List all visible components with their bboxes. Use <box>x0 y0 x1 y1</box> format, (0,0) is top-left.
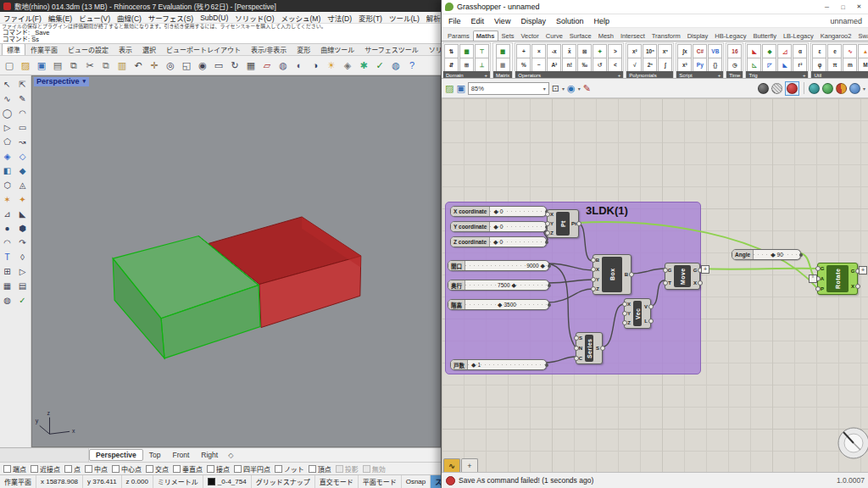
node-output-port[interactable]: Pt <box>570 210 578 237</box>
component-icon[interactable]: 16 <box>727 44 742 58</box>
rhino-menu-item[interactable]: 編集(E) <box>45 13 75 23</box>
rhino-toolbar-icon[interactable]: ◉ <box>195 58 210 73</box>
rhino-menu-item[interactable]: 解析(A) <box>423 13 441 23</box>
component-icon[interactable]: ε <box>812 44 826 58</box>
checkbox-icon[interactable] <box>146 465 153 473</box>
gh-category-tab[interactable]: Sets <box>498 30 518 41</box>
minimize-button[interactable]: ─ <box>821 2 833 12</box>
node-input-port[interactable]: Z <box>548 228 556 237</box>
gh-slider-angle[interactable]: Angle 90◆ <box>732 249 801 260</box>
checkbox-icon[interactable] <box>336 465 343 473</box>
node-input-port[interactable]: X <box>548 210 556 219</box>
slider-track[interactable]: 7500◆ <box>465 280 548 290</box>
checkbox-icon[interactable] <box>275 465 282 473</box>
component-icon[interactable]: ▦ <box>496 58 510 72</box>
sketch-pencil-icon[interactable]: ✎ <box>583 83 591 94</box>
component-icon[interactable]: VB <box>708 44 722 58</box>
component-icon[interactable]: n! <box>562 58 576 72</box>
group-expand-icon[interactable]: + <box>718 73 721 78</box>
component-icon[interactable]: > <box>608 44 622 58</box>
component-icon[interactable]: ‰ <box>577 58 592 72</box>
slider-grip[interactable]: ◆ <box>512 282 516 288</box>
slider-track[interactable]: 9000◆ <box>465 261 548 270</box>
rhino-sidebar-tool-icon[interactable]: ✦ <box>15 192 30 206</box>
checkbox-icon[interactable] <box>3 465 11 473</box>
component-icon[interactable]: M <box>858 58 868 72</box>
rhino-toolbar-icon[interactable]: ⧉ <box>66 58 81 73</box>
rhino-toolbar-icon[interactable]: ↶ <box>131 58 146 73</box>
checkbox-icon[interactable] <box>85 465 92 473</box>
viewport-tab[interactable]: Perspective <box>89 449 143 461</box>
slider-grip[interactable]: ◆ <box>493 208 498 214</box>
component-icon[interactable]: ◿ <box>777 44 792 58</box>
rhino-menu-item[interactable]: 変形(T) <box>355 13 386 23</box>
slider-track[interactable]: 90◆ <box>754 250 800 259</box>
component-icon[interactable]: 2ⁿ <box>643 58 657 72</box>
chevron-down-icon[interactable]: ▾ <box>562 86 565 92</box>
component-icon[interactable]: ◷ <box>727 58 742 72</box>
rhino-toolbar-tab[interactable]: 作業平面 <box>25 44 63 55</box>
gh-category-tab[interactable]: Transform <box>648 30 684 41</box>
rhino-sidebar-tool-icon[interactable]: ◊ <box>15 250 30 263</box>
component-icon[interactable]: + <box>516 44 531 58</box>
display-option-icon[interactable] <box>809 83 820 94</box>
gh-category-tab[interactable]: Maths <box>473 30 498 41</box>
gh-slider-unit-count[interactable]: 戸数 1◆ <box>450 359 547 370</box>
slider-grip[interactable]: ◆ <box>471 362 476 368</box>
rhino-toolbar-tab[interactable]: ソリッドツール <box>424 44 441 55</box>
component-icon[interactable]: ⊠ <box>577 44 592 58</box>
slider-grip[interactable]: ◆ <box>541 263 545 269</box>
shaded-preview-selected[interactable] <box>785 81 799 96</box>
chevron-down-icon[interactable]: ▾ <box>578 86 581 92</box>
rhino-toolbar-icon[interactable]: ? <box>404 58 420 73</box>
gh-category-tab[interactable]: Kangaroo2 <box>817 30 855 41</box>
rhino-sidebar-tool-icon[interactable]: ◇ <box>15 149 30 163</box>
rhino-toolbar-tab[interactable]: 表示 <box>114 44 137 55</box>
checkbox-icon[interactable] <box>173 465 181 473</box>
viewport-tab[interactable]: Front <box>166 450 195 460</box>
statusbar-cell[interactable]: 作業平面 <box>0 475 36 488</box>
rhino-toolbar-icon[interactable]: ☀ <box>324 58 339 73</box>
rhino-sidebar-tool-icon[interactable]: ⬢ <box>15 221 30 235</box>
rhino-menu-item[interactable]: サーフェス(S) <box>145 13 197 23</box>
gh-category-tab[interactable]: HB-Legacy <box>711 30 749 41</box>
rhino-sidebar-tool-icon[interactable]: ▭ <box>15 120 30 134</box>
save-file-icon[interactable]: ▣ <box>456 83 465 94</box>
statusbar-cell[interactable]: 平面モード <box>359 475 402 488</box>
component-icon[interactable]: e <box>827 44 842 58</box>
component-icon[interactable]: ▦ <box>496 44 510 58</box>
gh-menu-item[interactable]: View <box>489 17 515 25</box>
rhino-menu-item[interactable]: SubD(U) <box>197 14 231 22</box>
gh-menu-item[interactable]: Help <box>588 17 615 25</box>
node-output-port[interactable]: S <box>593 333 602 363</box>
gh-category-tab[interactable]: Vector <box>518 30 542 41</box>
gh-slider-y-coordinate[interactable]: Y coordinate 0◆ <box>450 221 547 232</box>
rhino-sidebar-tool-icon[interactable]: ◠ <box>15 106 30 119</box>
component-icon[interactable]: ʃx <box>677 44 692 58</box>
rhino-toolbar-icon[interactable]: ▤ <box>50 58 65 73</box>
rhino-toolbar-icon[interactable]: ◈ <box>340 58 355 73</box>
open-file-icon[interactable]: ▨ <box>445 83 453 94</box>
node-output-port[interactable]: X <box>849 279 857 294</box>
rhino-sidebar-tool-icon[interactable]: ● <box>0 221 14 235</box>
component-icon[interactable]: ⇅ <box>444 44 459 58</box>
preview-eye-icon[interactable]: ◉ <box>567 83 576 94</box>
osnap-toggle[interactable]: 接点 <box>207 464 230 474</box>
node-input-port[interactable]: Z <box>593 285 602 295</box>
component-icon[interactable]: x² <box>627 44 642 58</box>
canvas-compass-widget[interactable] <box>835 424 868 462</box>
viewport-tab[interactable]: Right <box>195 450 224 460</box>
node-output-port[interactable]: V <box>642 299 650 313</box>
rhino-toolbar-icon[interactable]: ◍ <box>388 58 403 73</box>
rhino-sidebar-tool-icon[interactable]: ↝ <box>15 135 30 148</box>
rhino-toolbar-tab[interactable]: 標準 <box>2 44 25 55</box>
rhino-menu-item[interactable]: ファイル(F) <box>0 13 45 23</box>
component-icon[interactable]: ∿ <box>843 44 857 58</box>
rhino-sidebar-tool-icon[interactable]: ◣ <box>15 207 30 220</box>
rhino-sidebar-tool-icon[interactable]: ◠ <box>0 236 14 249</box>
node-input-port[interactable]: G <box>818 263 826 274</box>
rhino-toolbar-icon[interactable]: ✛ <box>147 58 162 73</box>
component-icon[interactable]: ▲ <box>858 44 868 58</box>
gh-slider-depth[interactable]: 奥行 7500◆ <box>448 280 549 291</box>
component-icon[interactable]: ◸ <box>762 58 776 72</box>
